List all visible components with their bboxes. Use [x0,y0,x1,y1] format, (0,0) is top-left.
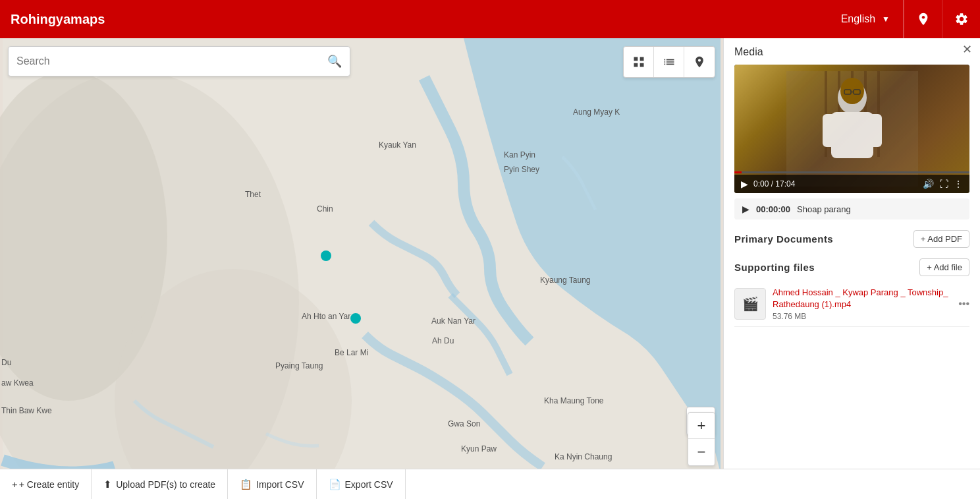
audio-row: ▶ 00:00:00 Shoap parang [734,198,969,220]
map-marker-1[interactable] [321,250,331,261]
panel-content: Media [724,38,980,499]
video-fullscreen-button[interactable]: ⛶ [939,179,948,189]
language-selector[interactable]: English ▼ [828,0,904,38]
map-area[interactable]: Aung Myay K Kyauk Yan Kan Pyin Pyin Shey… [0,38,723,499]
add-pdf-button[interactable]: + Add PDF [913,230,969,248]
file-name[interactable]: Ahmed Hossain _ Kywap Parang _ Township_… [773,287,952,310]
add-file-button[interactable]: + Add file [919,258,969,276]
zoom-out-button[interactable]: − [688,439,715,465]
primary-docs-title: Primary Documents [734,233,833,245]
video-time-display: 0:00 / 17:04 [753,179,917,189]
primary-docs-header: Primary Documents + Add PDF [734,230,969,248]
bottom-toolbar: + + Create entity ⬆ Upload PDF(s) to cre… [0,469,980,499]
upload-icon: ⬆ [103,479,112,490]
language-label: English [841,13,875,25]
grid-view-button[interactable] [624,47,654,77]
svg-rect-13 [869,114,882,147]
zoom-controls: + − [688,412,715,466]
search-bar: 🔍 [8,46,350,76]
create-entity-label: + Create entity [19,479,79,490]
media-section: Media [734,46,969,220]
import-icon: 📋 [240,479,252,490]
media-label: Media [734,46,969,58]
upload-pdf-label: Upload PDF(s) to create [116,479,215,490]
pin-view-button[interactable] [684,47,715,77]
video-progress-fill [734,171,742,173]
supporting-files-header: Supporting files + Add file [734,258,969,276]
plus-icon: + [12,479,18,490]
video-progress-bar[interactable] [734,171,969,173]
export-csv-label: Export CSV [345,479,393,490]
settings-icon-button[interactable] [942,0,980,38]
map-background [0,38,723,499]
video-volume-button[interactable]: 🔊 [923,179,934,189]
svg-rect-11 [831,112,873,158]
file-menu-button[interactable]: ••• [958,298,969,310]
export-csv-button[interactable]: 📄 Export CSV [317,469,406,499]
audio-title: Shoap parang [797,204,851,214]
main-container: Aung Myay K Kyauk Yan Kan Pyin Pyin Shey… [0,38,980,499]
video-player[interactable]: ▶ 0:00 / 17:04 🔊 ⛶ ⋮ [734,65,969,193]
view-toggles [623,46,715,78]
file-size: 53.76 MB [773,312,952,321]
upload-pdf-button[interactable]: ⬆ Upload PDF(s) to create [92,469,228,499]
audio-time: 00:00:00 [756,204,790,214]
file-info: Ahmed Hossain _ Kywap Parang _ Township_… [773,287,952,321]
panel-close-button[interactable]: ✕ [962,44,972,55]
location-icon-button[interactable] [904,0,942,38]
right-panel: ✕ Media [723,38,980,499]
zoom-in-button[interactable]: + [688,413,715,439]
file-item: 🎬 Ahmed Hossain _ Kywap Parang _ Townshi… [734,281,969,327]
supporting-files-title: Supporting files [734,262,815,273]
create-entity-button[interactable]: + + Create entity [0,469,92,499]
svg-rect-12 [823,114,836,147]
list-view-button[interactable] [654,47,684,77]
app-header: Rohingyamaps English ▼ [0,0,980,38]
app-title: Rohingyamaps [11,12,105,27]
file-thumbnail: 🎬 [734,288,766,320]
search-icon[interactable]: 🔍 [327,54,342,69]
map-marker-2[interactable] [350,313,361,324]
export-icon: 📄 [329,479,341,490]
chevron-down-icon: ▼ [882,15,890,24]
search-input[interactable] [16,55,327,67]
import-csv-label: Import CSV [256,479,304,490]
audio-play-button[interactable]: ▶ [742,204,749,214]
import-csv-button[interactable]: 📋 Import CSV [228,469,316,499]
video-more-button[interactable]: ⋮ [954,179,963,189]
video-play-button[interactable]: ▶ [741,179,748,189]
file-thumb-icon: 🎬 [742,296,759,312]
video-controls: ▶ 0:00 / 17:04 🔊 ⛶ ⋮ [734,175,969,193]
header-right: English ▼ [828,0,980,38]
